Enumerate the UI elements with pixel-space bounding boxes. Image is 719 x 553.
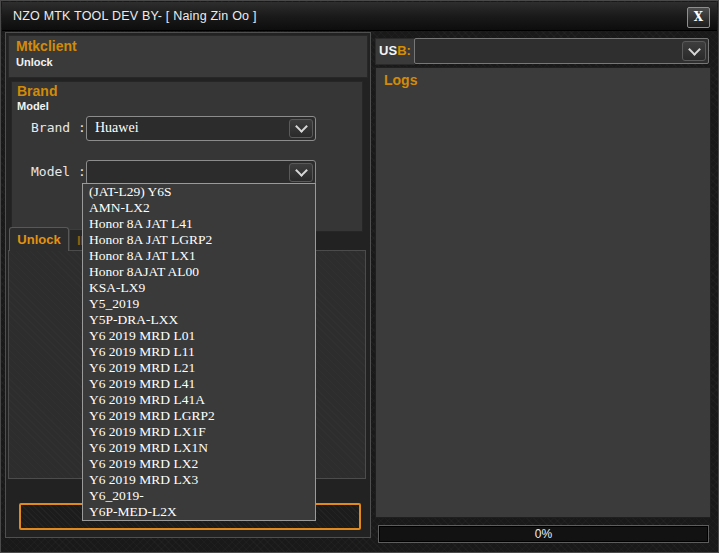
model-option[interactable]: (JAT-L29) Y6S — [83, 184, 315, 200]
model-option[interactable]: Honor 8A JAT LX1 — [83, 248, 315, 264]
model-combobox[interactable] — [86, 160, 316, 185]
brand-group-subtitle: Model — [17, 100, 49, 112]
progress-bar: 0% — [378, 525, 709, 543]
mtkclient-subtitle: Unlock — [16, 56, 53, 68]
model-option[interactable]: Honor 8A JAT LGRP2 — [83, 232, 315, 248]
brand-value: Huawei — [95, 117, 285, 140]
model-dropdown-list: (JAT-L29) Y6SAMN-LX2Honor 8A JAT L41Hono… — [82, 183, 316, 521]
logs-title: Logs — [384, 72, 417, 88]
chevron-down-icon[interactable] — [682, 41, 706, 61]
logs-panel: Logs — [375, 67, 711, 518]
model-option[interactable]: Y6 2019 MRD LX1F — [83, 424, 315, 440]
mtkclient-header-box: Mtkclient Unlock — [8, 35, 368, 78]
tab-unlock[interactable]: Unlock — [9, 227, 69, 251]
model-label: Model : — [31, 164, 86, 179]
title-bar: NZO MTK TOOL DEV BY- [ Naing Zin Oo ] X — [2, 2, 717, 31]
brand-group-title: Brand — [17, 83, 57, 99]
model-option[interactable]: Y6 2019 MRD L41 — [83, 376, 315, 392]
model-option[interactable]: Honor 8A JAT L41 — [83, 216, 315, 232]
model-option[interactable]: Y6 2019 MRD L01 — [83, 328, 315, 344]
close-button[interactable]: X — [687, 7, 710, 28]
usb-label-white: US — [379, 43, 397, 58]
usb-label-orange: B: — [397, 43, 411, 58]
model-option[interactable]: Y6P-MED-L2X — [83, 504, 315, 520]
model-option[interactable]: Y6 2019 MRD LX3 — [83, 472, 315, 488]
model-option[interactable]: AMN-LX2 — [83, 200, 315, 216]
model-option[interactable]: Y6 2019 MRD L21 — [83, 360, 315, 376]
mtkclient-title: Mtkclient — [16, 38, 77, 54]
model-value — [95, 161, 285, 184]
model-option[interactable]: KSA-LX9 — [83, 280, 315, 296]
usb-label: USB: — [375, 38, 415, 65]
model-option[interactable]: Y6 2019 MRD L41A — [83, 392, 315, 408]
app-window: NZO MTK TOOL DEV BY- [ Naing Zin Oo ] X … — [0, 0, 719, 553]
model-option[interactable]: Y6 2019 MRD LX1N — [83, 440, 315, 456]
model-option[interactable]: Y6 2019 MRD LGRP2 — [83, 408, 315, 424]
chevron-down-icon[interactable] — [289, 119, 313, 138]
model-option[interactable]: Y5_2019 — [83, 296, 315, 312]
model-option[interactable]: Y6 2019 MRD LX2 — [83, 456, 315, 472]
brand-label: Brand : — [31, 120, 86, 135]
model-option[interactable]: Honor 8AJAT AL00 — [83, 264, 315, 280]
usb-port-combobox[interactable] — [414, 38, 709, 64]
window-title: NZO MTK TOOL DEV BY- [ Naing Zin Oo ] — [13, 2, 257, 30]
brand-combobox[interactable]: Huawei — [86, 116, 316, 141]
model-option[interactable]: Y6_2019- — [83, 488, 315, 504]
model-option[interactable]: Y5P-DRA-LXX — [83, 312, 315, 328]
chevron-down-icon[interactable] — [289, 163, 313, 182]
model-option[interactable]: Y6 2019 MRD L11 — [83, 344, 315, 360]
